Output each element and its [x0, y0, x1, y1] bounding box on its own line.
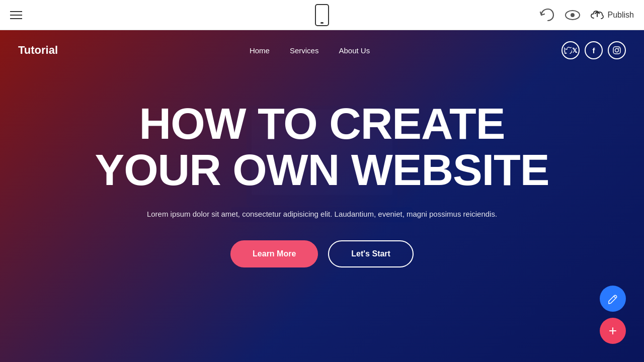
add-fab-button[interactable]: + — [600, 318, 626, 344]
nav-link-about[interactable]: About Us — [339, 46, 370, 55]
svg-point-13 — [618, 48, 619, 49]
learn-more-button[interactable]: Learn More — [230, 240, 318, 267]
hero-buttons: Learn More Let's Start — [10, 240, 634, 267]
nav-links: Home Services About Us — [250, 46, 370, 55]
twitter-icon[interactable]: 𝕏 — [561, 41, 580, 59]
toolbar-right: Publish — [539, 8, 634, 22]
hamburger-menu-icon[interactable] — [10, 11, 22, 19]
toolbar-center — [315, 4, 329, 26]
facebook-icon[interactable]: f — [585, 41, 603, 59]
hero-subtitle: Lorem ipsum dolor sit amet, consectetur … — [146, 208, 498, 221]
hero-title-line2: YOUR OWN WEBSITE — [95, 145, 549, 195]
toolbar-left — [10, 11, 22, 19]
publish-button[interactable]: Publish — [591, 10, 634, 21]
svg-point-3 — [571, 13, 575, 17]
svg-rect-11 — [613, 47, 620, 54]
svg-rect-1 — [320, 22, 324, 24]
preview-nav: Tutorial Home Services About Us 𝕏 f — [0, 30, 644, 70]
svg-point-12 — [615, 49, 619, 52]
edit-fab-button[interactable] — [600, 286, 626, 312]
undo-icon[interactable] — [539, 8, 554, 22]
hero-content: HOW TO CREATE YOUR OWN WEBSITE Lorem ips… — [0, 70, 644, 267]
lets-start-button[interactable]: Let's Start — [328, 240, 414, 267]
nav-socials: 𝕏 f — [561, 41, 626, 59]
toolbar: Publish — [0, 0, 644, 30]
publish-label: Publish — [608, 11, 634, 20]
hero-title: HOW TO CREATE YOUR OWN WEBSITE — [10, 101, 634, 194]
plus-icon: + — [609, 324, 617, 338]
preview-icon[interactable] — [565, 10, 581, 21]
nav-link-services[interactable]: Services — [290, 46, 319, 55]
website-preview: Tutorial Home Services About Us 𝕏 f — [0, 30, 644, 362]
mobile-view-icon[interactable] — [315, 4, 329, 26]
upload-cloud-icon — [591, 10, 604, 21]
hero-title-line1: HOW TO CREATE — [139, 99, 505, 148]
instagram-icon[interactable] — [608, 41, 626, 59]
nav-link-home[interactable]: Home — [250, 46, 270, 55]
nav-logo: Tutorial — [18, 44, 58, 57]
